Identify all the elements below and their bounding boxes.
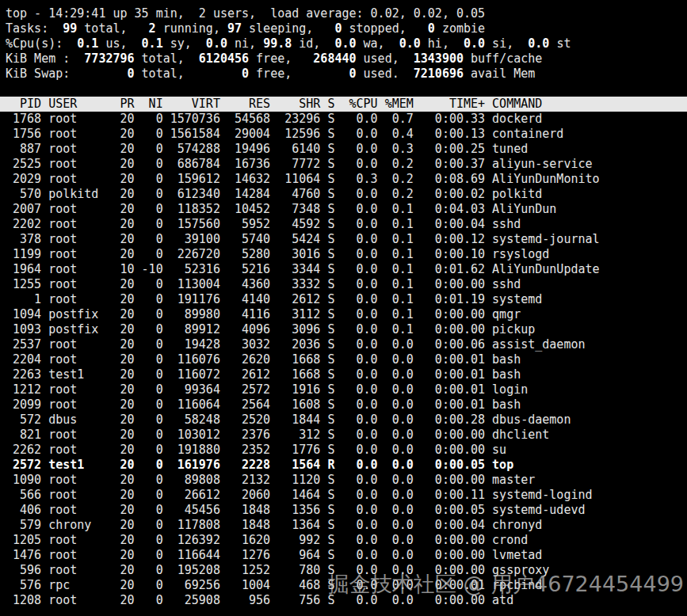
process-row: 572 dbus 20 0 58248 2520 1844 S 0.0 0.0 … — [0, 413, 687, 428]
process-row: 596 root 20 0 195208 1252 780 S 0.0 0.0 … — [0, 563, 687, 578]
top-summary-area: top - 14:29:41 up 35 min, 2 users, load … — [0, 6, 687, 82]
process-row: 1208 root 20 0 25908 956 756 S 0.0 0.0 0… — [0, 593, 687, 608]
process-row: 2537 root 20 0 19428 3032 2036 S 0.0 0.0… — [0, 337, 687, 352]
process-row: 566 root 20 0 26612 2060 1464 S 0.0 0.0 … — [0, 488, 687, 503]
process-row: 1 root 20 0 191176 4140 2612 S 0.0 0.1 0… — [0, 292, 687, 307]
process-row: 2263 test1 20 0 116072 2612 1668 S 0.0 0… — [0, 367, 687, 382]
terminal-window[interactable]: top - 14:29:41 up 35 min, 2 users, load … — [0, 0, 687, 616]
process-row: 2204 root 20 0 116076 2620 1668 S 0.0 0.… — [0, 352, 687, 367]
process-row: 406 root 20 0 45456 1848 1356 S 0.0 0.0 … — [0, 503, 687, 518]
process-row: 579 chrony 20 0 117808 1848 1364 S 0.0 0… — [0, 518, 687, 533]
summary-line: KiB Mem : 7732796 total, 6120456 free, 2… — [0, 51, 687, 67]
process-table-header: PID USER PR NI VIRT RES SHR S %CPU %MEM … — [0, 97, 687, 112]
process-row: 1094 postfix 20 0 89980 4116 3112 S 0.0 … — [0, 307, 687, 322]
process-row: 378 root 20 0 39100 5740 5424 S 0.0 0.1 … — [0, 232, 687, 247]
process-row: 887 root 20 0 574288 19496 6140 S 0.0 0.… — [0, 142, 687, 157]
summary-line: KiB Swap: 0 total, 0 free, 0 used. 72106… — [0, 67, 687, 82]
process-row: 2262 root 20 0 191880 2352 1776 S 0.0 0.… — [0, 443, 687, 458]
summary-line: top - 14:29:41 up 35 min, 2 users, load … — [0, 6, 687, 21]
process-row: 2202 root 20 0 157560 5952 4592 S 0.0 0.… — [0, 217, 687, 232]
process-row: 1090 root 20 0 89808 2132 1120 S 0.0 0.0… — [0, 473, 687, 488]
process-row: 1093 postfix 20 0 89912 4096 3096 S 0.0 … — [0, 322, 687, 337]
process-row: 570 polkitd 20 0 612340 14284 4760 S 0.0… — [0, 187, 687, 202]
process-row: 1768 root 20 0 1570736 54568 23296 S 0.0… — [0, 112, 687, 127]
summary-line: Tasks: 99 total, 2 running, 97 sleeping,… — [0, 21, 687, 36]
process-row: 1964 root 10 -10 52316 5216 3344 S 0.0 0… — [0, 262, 687, 277]
process-row: 576 rpc 20 0 69256 1004 468 S 0.0 0.0 0:… — [0, 578, 687, 593]
process-row: 2007 root 20 0 118352 10452 7348 S 0.0 0… — [0, 202, 687, 217]
process-row: 2029 root 20 0 159612 14632 11064 S 0.3 … — [0, 172, 687, 187]
summary-line: %Cpu(s): 0.1 us, 0.1 sy, 0.0 ni, 99.8 id… — [0, 36, 687, 51]
process-row: 1212 root 20 0 99364 2572 1916 S 0.0 0.0… — [0, 382, 687, 397]
process-row: 1199 root 20 0 226720 5280 3016 S 0.0 0.… — [0, 247, 687, 262]
process-row: 1476 root 20 0 116644 1276 964 S 0.0 0.0… — [0, 548, 687, 563]
process-row: 821 root 20 0 103012 2376 312 S 0.0 0.0 … — [0, 428, 687, 443]
blank-line — [0, 82, 687, 97]
process-row: 2525 root 20 0 686784 16736 7772 S 0.0 0… — [0, 157, 687, 172]
process-row: 1756 root 20 0 1561584 29004 12596 S 0.0… — [0, 127, 687, 142]
process-row: 2099 root 20 0 116064 2564 1608 S 0.0 0.… — [0, 397, 687, 413]
process-table: 1768 root 20 0 1570736 54568 23296 S 0.0… — [0, 112, 687, 608]
process-row: 1205 root 20 0 126392 1620 992 S 0.0 0.0… — [0, 533, 687, 548]
process-row: 1255 root 20 0 113004 4360 3332 S 0.0 0.… — [0, 277, 687, 292]
process-row: 2572 test1 20 0 161976 2228 1564 R 0.0 0… — [0, 458, 687, 473]
